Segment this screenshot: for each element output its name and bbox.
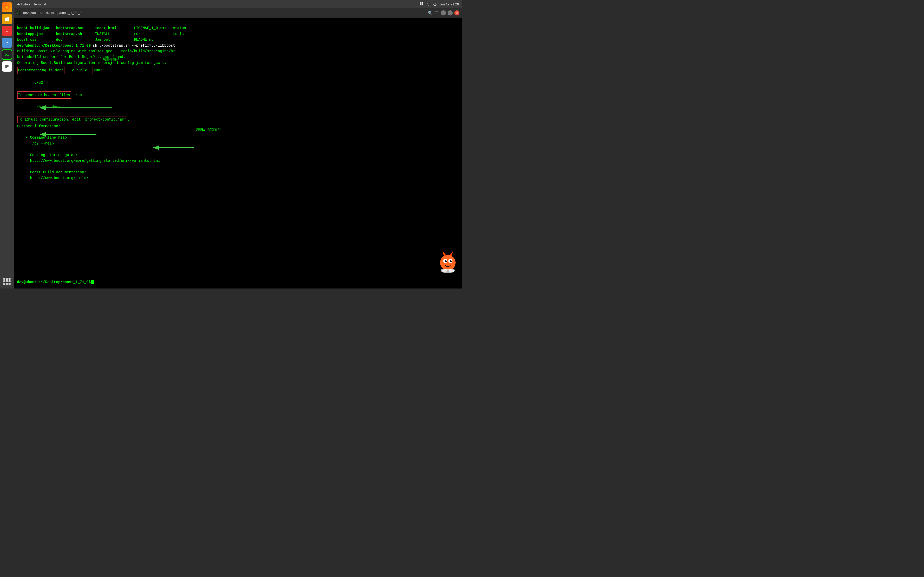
grid-icon [420, 2, 423, 6]
line-guide-url: http://www.boost.org/more/getting_starte… [17, 159, 160, 163]
line-doc-url: http://www.boost.org/build/ [17, 176, 89, 180]
svg-rect-15 [420, 4, 421, 5]
taskbar-icon-files[interactable] [2, 14, 12, 24]
cursor [91, 280, 94, 284]
line-bootstrap-done: Bootstrapping is done. To build, run: [17, 68, 103, 73]
line-unicode: Unicode/ICU support for Boost.Regex?... … [17, 55, 125, 59]
taskbar: A ? [0, 0, 14, 288]
line-build-engine: Building Boost.Build engine with toolset… [17, 49, 175, 53]
terminal-window: dev@ubuntu: ~/Desktop/boost_1_71_0 🔍 ☰ —… [14, 8, 462, 288]
taskbar-icon-firefox[interactable] [2, 2, 12, 12]
line-b2: ./b2 [17, 81, 43, 85]
line-further: Further information: [17, 124, 60, 128]
taskbar-icon-help[interactable]: ? [2, 38, 12, 48]
datetime: Jun 19 21:26 [439, 2, 459, 6]
search-button[interactable]: 🔍 [428, 10, 433, 15]
titlebar-left: dev@ubuntu: ~/Desktop/boost_1_71_0 [16, 11, 81, 15]
topbar: Activities Terminal Jun 19 21:26 [14, 0, 462, 8]
activities-label[interactable]: Activities [17, 2, 30, 6]
svg-text:?: ? [6, 41, 8, 45]
terminal-content: boost-build.jam bootstrap.bat index.html… [17, 19, 459, 187]
taskbar-icon-software[interactable]: A [2, 26, 12, 36]
taskbar-apps-icon[interactable] [2, 276, 12, 287]
terminal-body: boost-build.jam bootstrap.bat index.html… [14, 18, 462, 288]
line-ls-2: boostcpp.jam bootstrap.sh INSTALL more t… [17, 32, 184, 36]
prompt-bar: dev@ubuntu:~/Desktop/boost_1_71_0$ [14, 276, 462, 288]
svg-point-1 [5, 6, 8, 9]
line-b2-headers: ./b2 headers [17, 105, 60, 109]
close-button[interactable]: ✕ [454, 10, 459, 15]
line-config: Generating Boost.Build configuration in … [17, 61, 166, 65]
terminal-window-title: dev@ubuntu: ~/Desktop/boost_1_71_0 [23, 11, 81, 15]
line-adjust: To adjust configuration, edit 'project-c… [17, 118, 129, 122]
line-ls-1: boost-build.jam bootstrap.bat index.html… [17, 26, 186, 30]
line-help-cmd: ./b2 --help [17, 142, 54, 145]
svg-rect-13 [420, 2, 421, 3]
line-doc-label: - Boost.Build documentation: [17, 170, 86, 174]
minimize-button[interactable]: — [441, 10, 446, 15]
line-generate: To generate header files, run: [17, 93, 84, 97]
terminal-controls: 🔍 ☰ — □ ✕ [428, 10, 459, 15]
line-guide-label: - Getting started guide: [17, 153, 78, 157]
terminal-label[interactable]: Terminal [33, 2, 46, 6]
maximize-button[interactable]: □ [447, 10, 453, 15]
taskbar-icon-terminal[interactable] [2, 50, 12, 60]
terminal-titlebar: dev@ubuntu: ~/Desktop/boost_1_71_0 🔍 ☰ —… [14, 8, 462, 18]
topbar-right: Jun 19 21:26 [420, 2, 459, 6]
line-help-label: - Command line help: [17, 135, 69, 140]
line-ls-3: boost.css [17, 38, 56, 42]
taskbar-icon-editor[interactable] [2, 61, 12, 72]
bottom-prompt: dev@ubuntu:~/Desktop/boost_1_71_0$ [17, 280, 91, 284]
line-command: dev@ubuntu:~/Desktop/boost_1_71_0$ sh ./… [17, 44, 175, 48]
svg-rect-14 [422, 2, 423, 3]
terminal-title-icon [16, 11, 21, 15]
svg-rect-16 [422, 4, 423, 5]
svg-rect-3 [5, 17, 7, 18]
svg-text:A: A [6, 30, 8, 33]
menu-button[interactable]: ☰ [434, 10, 439, 15]
sound-icon [426, 2, 430, 6]
svg-marker-17 [427, 3, 429, 6]
power-icon [433, 2, 437, 6]
